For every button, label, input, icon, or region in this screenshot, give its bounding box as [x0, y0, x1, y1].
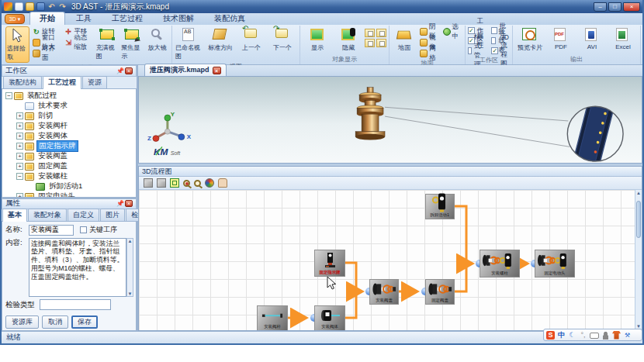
flowchart-canvas[interactable]: ▲ ▼ 安装阀杆安装阀体固定指示牌安装阀盖固定阀盖拆卸活动1安装螺柱固定电动头 [139, 190, 642, 330]
pdf-export-button[interactable]: PDF [546, 26, 576, 51]
key-process-checkbox[interactable] [80, 226, 87, 233]
content-textarea[interactable]: 连接阀盖和阀体时，安装法兰垫片、填料垫、牙套、指针组件、填料（3）、加断填料等。… [29, 238, 126, 297]
workspace-checkbox-3[interactable]: 样式管理 [468, 47, 485, 55]
skin-icon[interactable] [612, 331, 621, 340]
tree-expander-icon[interactable]: − [5, 92, 12, 99]
flow-node-5[interactable]: 固定阀盖 [425, 279, 455, 305]
tree-expander-icon[interactable]: + [16, 122, 23, 129]
3d-viewport[interactable]: Y Z X KM Soft [138, 76, 642, 164]
previous-view-button[interactable]: ↶ 上一个 [237, 26, 266, 53]
soft-keyboard-icon[interactable] [590, 333, 599, 339]
document-close-icon[interactable]: × [213, 67, 221, 74]
color-wheel-icon[interactable] [205, 178, 214, 188]
preview-card-button[interactable]: 预览卡片 [515, 26, 545, 53]
tree-expander-icon[interactable]: + [16, 153, 23, 160]
save-disk-icon[interactable] [36, 2, 45, 11]
scroll-up-icon[interactable]: ▲ [635, 190, 642, 197]
tree-item-7[interactable]: +安装阀盖 [2, 151, 136, 161]
tree-item-9[interactable]: −安装螺柱 [2, 171, 136, 181]
grid-button[interactable]: 网格 [418, 48, 440, 58]
undo-icon[interactable]: ↶ [47, 2, 56, 11]
tree-item-2[interactable]: 技术要求 [2, 101, 136, 111]
tab-custom[interactable]: 自定义 [68, 209, 99, 221]
tree-item-11[interactable]: +固定电动头 [2, 191, 136, 198]
properties-panel-header[interactable]: 属性 📌 × [2, 198, 137, 209]
resource-library-button[interactable]: 资源库 [5, 315, 39, 329]
tab-process[interactable]: 工艺过程 [102, 12, 152, 25]
key-process-option[interactable]: 关键工序 [80, 225, 117, 235]
display-toggle-1[interactable] [365, 29, 375, 37]
node-tool-icon[interactable] [144, 178, 153, 188]
fit-flowchart-icon[interactable] [170, 178, 179, 188]
show-button[interactable]: 显示 [303, 26, 332, 53]
select-pick-button[interactable]: 选择拾取 [5, 26, 29, 63]
fullhalf-moon-icon[interactable]: ☾ [568, 331, 576, 340]
checkbox-icon[interactable] [468, 47, 472, 54]
zoom-out-icon[interactable] [194, 180, 201, 187]
zoom-in-icon[interactable] [183, 180, 190, 187]
flowchart-header[interactable]: 3D流程图 [139, 167, 642, 177]
workspace-panel-header[interactable]: 工作区 📌 × [2, 65, 137, 77]
account-icon[interactable] [601, 331, 610, 340]
settings-wrench-icon[interactable]: ⚒ [623, 331, 632, 340]
open-folder-icon[interactable] [26, 2, 34, 11]
tab-process-flow[interactable]: 工艺过程 [43, 76, 81, 89]
display-toggle-2[interactable] [376, 29, 386, 37]
tab-home[interactable]: 开始 [29, 12, 65, 25]
fit-view-button[interactable]: 充满视图 [95, 26, 119, 61]
tree-expander-icon[interactable]: + [16, 133, 23, 140]
tree-item-6[interactable]: +固定指示牌 [2, 141, 136, 151]
tree-expander-icon[interactable]: + [16, 143, 23, 150]
flow-node-1[interactable]: 安装阀杆 [257, 305, 288, 330]
maximize-button[interactable]: □ [608, 2, 621, 12]
tree-expander-icon[interactable]: + [16, 112, 23, 119]
align-face-button[interactable]: 对齐面 [31, 48, 61, 58]
redo-icon[interactable]: ↷ [58, 2, 67, 11]
node-tool2-icon[interactable] [157, 178, 166, 188]
scroll-thumb[interactable] [636, 201, 641, 238]
hide-button[interactable]: 隐藏 [334, 26, 363, 53]
dynamic-zoom-button[interactable]: ⇲动态缩放 [63, 37, 93, 47]
name-input[interactable] [29, 225, 74, 236]
display-toggle-4[interactable] [376, 39, 386, 47]
save-button[interactable]: 保存 [71, 315, 98, 329]
tab-assembly-object[interactable]: 装配对象 [28, 209, 67, 221]
named-views-button[interactable]: 已命名视图 [175, 26, 204, 61]
flow-node-2[interactable]: 安装阀体 [314, 305, 345, 330]
sogou-icon[interactable]: S [546, 331, 555, 340]
title-bar[interactable]: ↶ ↷ 3D AST - 泄压阀演示.kmapd – □ × [2, 0, 642, 13]
app-icon[interactable] [4, 2, 12, 11]
tree-item-1[interactable]: −装配过程 [2, 91, 136, 101]
checkbox-icon[interactable]: ✓ [491, 47, 498, 54]
cancel-button[interactable]: 取消 [42, 315, 68, 329]
avi-export-button[interactable]: AVI [577, 26, 607, 51]
ime-mode-icon[interactable]: 中 [557, 331, 566, 340]
content-scrollbar[interactable]: ▲▼ [126, 238, 133, 297]
tab-resources[interactable]: 资源 [82, 76, 107, 88]
display-toggle-3[interactable] [365, 39, 375, 47]
tab-tech-illustration[interactable]: 技术图解 [154, 12, 203, 25]
flowchart-scrollbar[interactable]: ▲ ▼ [635, 190, 642, 330]
document-tab[interactable]: 泄压阀演示.kmapd × [144, 64, 227, 76]
standard-orientation-button[interactable]: 标准方向 [206, 26, 235, 53]
tab-tools[interactable]: 工具 [67, 12, 101, 25]
tab-assembly-simulation[interactable]: 装配仿真 [205, 12, 254, 25]
tree-item-8[interactable]: +固定阀盖 [2, 161, 136, 171]
pin-icon[interactable]: 📌 [116, 67, 123, 74]
pan-hand-icon[interactable] [218, 178, 227, 188]
tree-expander-icon[interactable]: − [16, 173, 23, 180]
selected-button[interactable]: 选中 [441, 26, 463, 36]
new-document-icon[interactable] [15, 2, 23, 11]
pin-icon[interactable]: 📌 [116, 200, 123, 207]
tree-expander-icon[interactable]: + [16, 163, 23, 170]
tree-item-4[interactable]: +安装阀杆 [2, 121, 136, 131]
focus-display-button[interactable]: 聚焦显示 [120, 26, 144, 61]
tree-item-10[interactable]: 拆卸活动1 [2, 181, 136, 191]
tab-basic[interactable]: 基本 [2, 209, 27, 222]
ground-button[interactable]: 地面 [392, 26, 417, 53]
application-menu-button[interactable]: 3D ▾ [5, 14, 25, 24]
flow-node-3[interactable]: 固定指示牌 [314, 250, 345, 277]
tab-picture[interactable]: 图片 [100, 209, 125, 221]
tree-item-3[interactable]: +剖切 [2, 111, 136, 121]
excel-export-button[interactable]: Excel [608, 26, 638, 51]
